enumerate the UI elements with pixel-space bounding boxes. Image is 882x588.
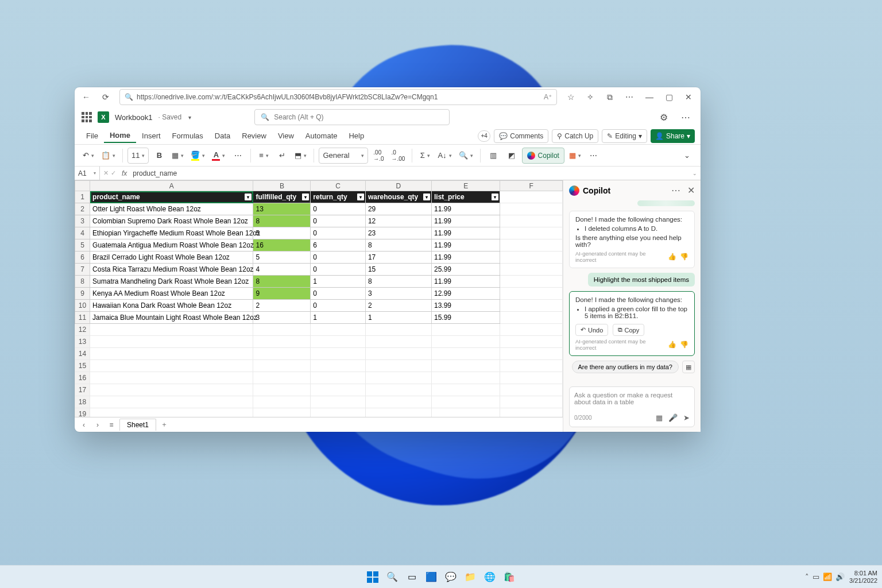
cell[interactable]: 6 [311, 239, 366, 252]
fill-color-button[interactable]: 🪣 [188, 148, 207, 164]
cell[interactable] [500, 384, 563, 396]
cell[interactable] [500, 288, 563, 300]
menu-formulas[interactable]: Formulas [167, 129, 209, 142]
cell[interactable] [311, 396, 366, 408]
cell[interactable]: 12 [365, 215, 431, 227]
cell[interactable]: 8 [365, 239, 431, 252]
merge-button[interactable]: ⬒ [292, 148, 309, 164]
address-bar[interactable]: 🔍 https://onedrive.live.com/:w:/t/EaCKkP… [119, 89, 557, 105]
cell[interactable] [311, 372, 366, 384]
volume-icon[interactable]: 🔊 [835, 572, 845, 581]
settings-icon[interactable]: ⚙ [656, 109, 672, 125]
font-size-select[interactable]: 11 [127, 148, 149, 164]
cell[interactable]: 3 [253, 312, 311, 324]
cell[interactable]: Brazil Cerrado Light Roast Whole Bean 12… [90, 252, 253, 264]
column-header-B[interactable]: B [253, 181, 311, 191]
row-header[interactable]: 18 [75, 396, 90, 408]
read-aloud-icon[interactable]: A⁺ [544, 93, 552, 101]
header-cell[interactable]: return_qty▾ [311, 191, 366, 203]
cell[interactable] [90, 360, 253, 372]
cell[interactable]: 5 [253, 252, 311, 264]
cell[interactable]: 3 [365, 288, 431, 300]
cell[interactable]: 0 [311, 215, 366, 227]
row-header[interactable]: 14 [75, 348, 90, 360]
row-header[interactable]: 13 [75, 336, 90, 348]
fx-icon[interactable]: fx [119, 169, 129, 177]
analyze-data-button[interactable]: ◩ [504, 148, 520, 164]
cell[interactable] [431, 372, 500, 384]
suggestion-pill[interactable]: Are there any outliers in my data? [572, 361, 679, 373]
cell[interactable] [500, 191, 563, 203]
column-header-C[interactable]: C [311, 181, 366, 191]
undo-action-button[interactable]: ↶ Undo [575, 324, 608, 336]
tray-chevron-icon[interactable]: ˄ [805, 572, 809, 581]
cell[interactable] [431, 396, 500, 408]
cell[interactable] [90, 396, 253, 408]
cell[interactable]: 8 [253, 276, 311, 288]
spreadsheet-grid[interactable]: ABCDEF 1product_name▾fullfilled_qty▾retu… [75, 180, 563, 417]
select-all-corner[interactable] [75, 181, 90, 191]
cell[interactable]: 12.99 [431, 288, 500, 300]
conditional-format-button[interactable]: ▥ [485, 148, 501, 164]
name-box[interactable]: A1▾ [75, 167, 100, 180]
cell[interactable] [365, 372, 431, 384]
browser-menu-icon[interactable]: ⋯ [620, 88, 639, 106]
cell[interactable] [500, 408, 563, 417]
menu-automate[interactable]: Automate [300, 129, 343, 142]
copilot-input[interactable]: Ask a question or make a request about d… [569, 386, 695, 427]
cell[interactable]: 0 [311, 300, 366, 312]
cell[interactable] [431, 336, 500, 348]
cell[interactable]: Costa Rica Tarrazu Medium Roast Whole Be… [90, 264, 253, 276]
copy-action-button[interactable]: ⧉ Copy [613, 324, 645, 336]
thumbs-down-icon[interactable]: 👎 [680, 341, 688, 349]
presence-badge[interactable]: +4 [478, 130, 490, 142]
cell[interactable]: 1 [365, 312, 431, 324]
sheet-prev-icon[interactable]: ‹ [78, 419, 90, 431]
send-icon[interactable]: ➤ [683, 413, 690, 422]
cell[interactable]: 0 [311, 288, 366, 300]
suggestion-grid-icon[interactable]: ▦ [682, 361, 695, 373]
row-header[interactable]: 17 [75, 384, 90, 396]
wifi-icon[interactable]: 📶 [823, 572, 832, 581]
cell[interactable] [253, 384, 311, 396]
cell[interactable] [311, 408, 366, 417]
cell[interactable]: 8 [253, 215, 311, 227]
cell[interactable] [500, 203, 563, 215]
format-table-button[interactable]: ▦ [567, 148, 583, 164]
borders-button[interactable]: ▦ [169, 148, 186, 164]
formula-expand-icon[interactable]: ⌄ [689, 171, 701, 176]
cell[interactable] [311, 384, 366, 396]
table-insert-icon[interactable]: ▦ [656, 413, 663, 422]
clock[interactable]: 8:01 AM 3/21/2022 [849, 570, 877, 584]
cell[interactable] [90, 408, 253, 417]
cell[interactable]: 0 [311, 227, 366, 239]
cell[interactable]: Ethiopian Yirgacheffe Medium Roast Whole… [90, 227, 253, 239]
cell[interactable]: 29 [365, 203, 431, 215]
row-header[interactable]: 10 [75, 300, 90, 312]
add-sheet-button[interactable]: ＋ [158, 419, 170, 431]
cell[interactable]: 11.99 [431, 252, 500, 264]
find-button[interactable]: 🔍 [457, 148, 475, 164]
store-icon[interactable]: 🛍️ [501, 569, 517, 585]
cell[interactable]: 5 [253, 227, 311, 239]
number-format-select[interactable]: General [319, 148, 368, 164]
cell[interactable]: 2 [253, 300, 311, 312]
row-header[interactable]: 1 [75, 191, 90, 203]
column-header-D[interactable]: D [365, 181, 431, 191]
formula-input[interactable]: product_name [129, 169, 689, 177]
cell[interactable]: Otter Light Roast Whole Bean 12oz [90, 203, 253, 215]
cell[interactable]: Kenya AA Medium Roast Whole Bean 12oz [90, 288, 253, 300]
cell[interactable] [500, 215, 563, 227]
search-bar[interactable]: 🔍 Search (Alt + Q) [254, 109, 450, 125]
start-button[interactable] [365, 569, 381, 585]
cell[interactable] [253, 348, 311, 360]
file-explorer-icon[interactable]: 📁 [462, 569, 478, 585]
copilot-ribbon-button[interactable]: Copilot [522, 148, 564, 164]
cell[interactable]: 23 [365, 227, 431, 239]
header-cell[interactable]: fullfilled_qty▾ [253, 191, 311, 203]
accept-formula-icon[interactable]: ✓ [111, 169, 116, 177]
cell[interactable]: 4 [253, 264, 311, 276]
cancel-formula-icon[interactable]: ✕ [103, 169, 109, 177]
mic-icon[interactable]: 🎤 [668, 413, 678, 422]
column-header-A[interactable]: A [90, 181, 253, 191]
